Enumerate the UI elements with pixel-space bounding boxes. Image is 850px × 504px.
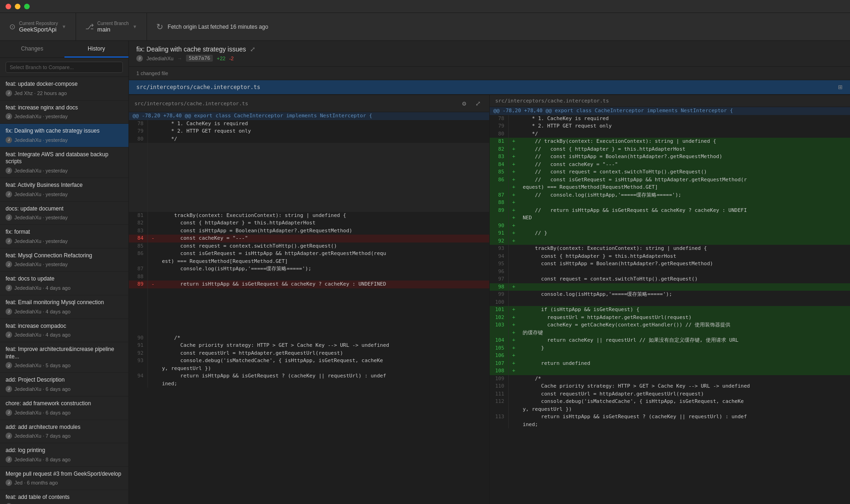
commit-item[interactable]: feat: Improve architecture&increase pipe… xyxy=(0,342,128,373)
commit-item-title: feat: update docker-compose xyxy=(6,81,123,88)
commit-item[interactable]: feat: Activity Business Interface J Jede… xyxy=(0,178,128,202)
line-number: 85 xyxy=(129,242,147,250)
line-marker xyxy=(508,406,519,414)
commit-item[interactable]: fix: format J JedediahXu · yesterday xyxy=(0,225,128,249)
minimize-button[interactable] xyxy=(15,4,20,9)
diff-pane-left[interactable]: src/interceptors/cache.interceptor.ts ⚙ … xyxy=(129,95,490,504)
file-item[interactable]: src/interceptors/cache.interceptor.ts ⊞ xyxy=(129,80,850,95)
commit-item[interactable]: feat: increase compadoc J JedediahXu · 4… xyxy=(0,319,128,343)
diff-line: 99 console.log(isHttpApp,'=====缓存策略=====… xyxy=(490,291,850,299)
diff-line: 94 return isHttpApp && isGetRequest ? (c… xyxy=(129,372,489,380)
tab-history[interactable]: History xyxy=(64,41,129,57)
current-branch-section[interactable]: ⎇ Current Branch main ▼ xyxy=(76,13,147,40)
line-marker xyxy=(147,189,158,197)
commit-item-title: add: Project Description xyxy=(6,376,123,384)
diff-line: 112 console.debug('isMatchedCache', { is… xyxy=(490,398,850,406)
line-marker xyxy=(147,326,158,334)
line-number: 89 xyxy=(490,207,508,215)
commit-deletions: -2 xyxy=(229,56,234,61)
diff-line xyxy=(129,304,489,312)
fetch-label: Fetch origin xyxy=(168,24,197,30)
line-marker xyxy=(147,319,158,327)
fetch-section[interactable]: ↻ Fetch origin Last fetched 16 minutes a… xyxy=(147,13,278,40)
line-marker: + xyxy=(508,138,519,146)
commit-item-avatar: J xyxy=(6,479,12,486)
line-number: 81 xyxy=(129,212,147,220)
branch-compare-input[interactable] xyxy=(6,62,123,73)
commit-item-author: JedediahXu · 4 days ago xyxy=(14,285,70,291)
line-number: 91 xyxy=(129,342,147,350)
commit-item[interactable]: feat: docs to update J JedediahXu · 4 da… xyxy=(0,272,128,295)
commit-item[interactable]: add: log printing J JedediahXu · 8 days … xyxy=(0,443,128,467)
commit-item[interactable]: feat: increase nginx and docs J Jedediah… xyxy=(0,101,128,124)
line-number: 94 xyxy=(129,372,147,380)
line-code: // } xyxy=(519,230,850,237)
diff-line: ined; xyxy=(129,380,489,388)
commit-item-meta: J JedediahXu · yesterday xyxy=(6,238,123,244)
line-marker xyxy=(147,227,158,235)
commit-item[interactable]: chore: add framework construction J Jede… xyxy=(0,396,128,420)
line-number: 95 xyxy=(490,260,508,268)
commit-item-title: fix: format xyxy=(6,229,123,236)
commit-item[interactable]: feat: add table of contents J Jed Xhz · … xyxy=(0,490,128,504)
line-marker xyxy=(147,350,158,357)
line-code: const request = context.switchToHttp().g… xyxy=(158,242,489,250)
commit-item[interactable]: add: Project Description J JedediahXu · … xyxy=(0,373,128,396)
meta-sep1: → xyxy=(177,56,182,61)
settings-icon[interactable]: ⚙ xyxy=(459,98,470,109)
line-number: 90 xyxy=(490,222,508,230)
expand-icon[interactable]: ⤢ xyxy=(473,98,484,109)
diff-line: 84 + // const cacheKey = "---" xyxy=(490,161,850,169)
maximize-button[interactable] xyxy=(24,4,30,9)
commit-item[interactable]: feat: update docker-compose J Jed Xhz · … xyxy=(0,77,128,101)
line-marker xyxy=(147,334,158,342)
diff-line: 81 trackBy(context: ExecutionContext): s… xyxy=(129,212,489,220)
line-number xyxy=(129,158,147,166)
line-number: 78 xyxy=(490,115,508,123)
commit-item[interactable]: docs: update document J JedediahXu · yes… xyxy=(0,202,128,225)
commit-item-title: feat: Email monitoring Mysql connection xyxy=(6,299,123,306)
commit-item[interactable]: feat: Mysql Connection Refactoring J Jed… xyxy=(0,249,128,272)
line-marker xyxy=(147,342,158,350)
line-number: 93 xyxy=(490,245,508,253)
line-code: ined; xyxy=(158,380,489,388)
file-expand-icon[interactable]: ⊞ xyxy=(838,84,843,90)
line-number: 112 xyxy=(490,398,508,406)
line-marker xyxy=(147,158,158,166)
link-icon[interactable]: ⤢ xyxy=(250,45,256,53)
line-number: 106 xyxy=(490,352,508,360)
line-code xyxy=(519,268,850,276)
commit-item[interactable]: feat: Integrate AWS and database backup … xyxy=(0,147,128,178)
line-number: 90 xyxy=(129,334,147,342)
line-marker xyxy=(147,311,158,319)
commit-item[interactable]: fix: Dealing with cache strategy issues … xyxy=(0,124,128,147)
current-repo-section[interactable]: ⊙ Current Repository GeekSportApi ▼ xyxy=(0,13,76,40)
diff-line: 108 + xyxy=(490,367,850,375)
diff-line xyxy=(129,288,489,296)
line-number xyxy=(129,151,147,159)
commit-item-avatar: J xyxy=(6,456,12,463)
line-number: 86 xyxy=(129,250,147,258)
commit-item[interactable]: add: add architecture modules J Jedediah… xyxy=(0,420,128,444)
line-code: console.log(isHttpApp,'=====缓存策略====='); xyxy=(158,265,489,273)
line-number: 84 xyxy=(490,161,508,169)
line-number: 111 xyxy=(490,390,508,398)
line-number: 103 xyxy=(490,321,508,329)
close-button[interactable] xyxy=(6,4,11,9)
diff-line: 96 xyxy=(490,268,850,276)
diff-line: 81 + // trackBy(context: ExecutionContex… xyxy=(490,138,850,146)
line-marker xyxy=(147,197,158,204)
diff-line xyxy=(129,326,489,334)
commit-item-title: add: log printing xyxy=(6,447,123,454)
line-number xyxy=(129,326,147,334)
line-code xyxy=(158,319,489,327)
tab-changes[interactable]: Changes xyxy=(0,41,64,57)
line-number xyxy=(490,421,508,429)
commit-title-text: fix: Dealing with cache strategy issues xyxy=(136,45,246,53)
line-number: 82 xyxy=(490,146,508,153)
diff-line: 79 * 2. HTTP GET request only xyxy=(129,128,489,135)
commit-item[interactable]: Merge pull request #3 from GeekSport/dev… xyxy=(0,467,128,491)
line-marker: + xyxy=(508,207,519,215)
diff-pane-right[interactable]: src/interceptors/cache.interceptor.ts @@… xyxy=(490,95,850,504)
commit-item[interactable]: feat: Email monitoring Mysql connection … xyxy=(0,295,128,319)
